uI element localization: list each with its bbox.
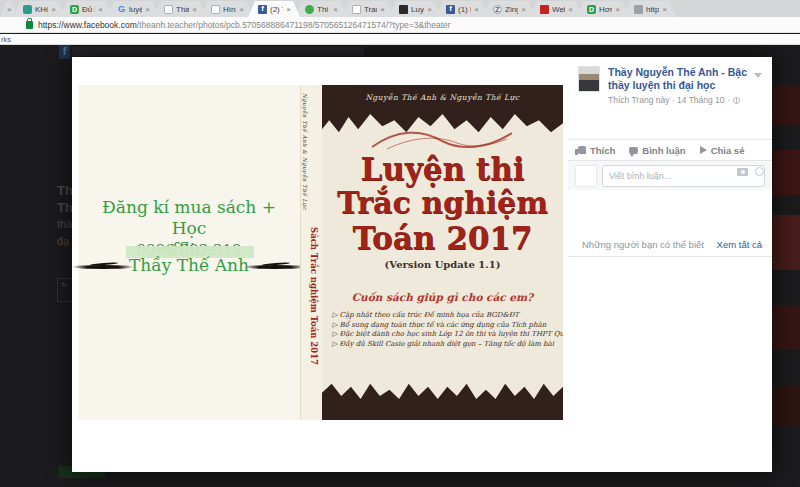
share-button[interactable]: Chia sẻ xyxy=(700,145,745,156)
version-label: (Version Update 1.1) xyxy=(322,259,563,270)
tab-close-icon[interactable]: × xyxy=(239,5,244,14)
site-favicon xyxy=(399,5,408,14)
tab-close-icon[interactable]: × xyxy=(568,5,573,14)
dimmed-text-fragment: thà xyxy=(57,217,72,232)
site-favicon xyxy=(634,5,643,14)
photo-theater-modal: Đăng kí mua sách + Học offline 0986 693 … xyxy=(72,57,772,472)
dimmed-text-fragment: đạ xyxy=(57,234,69,249)
cover-question: Cuốn sách giúp gì cho các em? xyxy=(322,291,563,303)
dimmed-photo-patch xyxy=(772,305,800,350)
flourish-ornament-right xyxy=(244,265,306,269)
pymk-title: Những người bạn có thể biết xyxy=(582,239,704,250)
tab-trang[interactable]: Trang × xyxy=(342,1,394,17)
tab-close-icon[interactable]: × xyxy=(380,5,385,14)
tab-close-icon[interactable]: × xyxy=(51,5,56,14)
thumb-up-icon xyxy=(578,146,586,154)
site-favicon: D xyxy=(70,5,79,14)
tab-thi-sinh[interactable]: Thi sin × xyxy=(295,1,347,17)
share-arrow-icon xyxy=(700,146,707,154)
like-button[interactable]: Thích xyxy=(578,145,615,156)
google-icon: G xyxy=(117,5,126,14)
book-back-cover: Đăng kí mua sách + Học offline 0986 693 … xyxy=(78,85,300,420)
camera-icon[interactable] xyxy=(737,168,748,176)
tab-close-icon[interactable]: × xyxy=(615,5,620,14)
tab-close-icon[interactable]: × xyxy=(145,5,150,14)
facebook-icon: f xyxy=(446,5,455,14)
tab-luyen[interactable]: Luyện × xyxy=(389,1,441,17)
page-name-link[interactable]: Thầy Nguyễn Thế Anh - Bậc thầy luyện thi… xyxy=(608,66,748,92)
document-icon xyxy=(164,5,173,14)
post-options-chevron-icon[interactable] xyxy=(754,73,762,78)
comment-composer: Viết bình luận... xyxy=(568,160,772,190)
url-path: /theanh.teacher/photos/pcb.5705688864711… xyxy=(137,20,451,30)
ssl-lock-icon[interactable] xyxy=(26,21,33,29)
see-all-link[interactable]: Xem tất cả xyxy=(717,239,762,250)
comment-button[interactable]: Bình luận xyxy=(629,145,685,156)
tab-close-icon[interactable]: × xyxy=(662,5,667,14)
dimmed-panel: Tr xyxy=(57,278,73,302)
tab-close-icon[interactable]: × xyxy=(521,5,526,14)
dimmed-photo-patch xyxy=(772,385,800,425)
dimmed-photo-patch xyxy=(772,85,800,125)
tab-du-kien[interactable]: D Đủ kiế × xyxy=(60,1,112,17)
dimmed-page-header xyxy=(72,47,364,56)
smiley-icon[interactable] xyxy=(755,167,764,176)
tab-facebook-active[interactable]: f (2) Thầ × xyxy=(248,1,300,17)
tab-close-icon[interactable]: × xyxy=(474,5,479,14)
facebook-logo-dimmed: f xyxy=(59,44,70,59)
cover-bullet-list: ▷ Cập nhật theo cấu trúc Đề minh họa của… xyxy=(332,311,556,349)
tab-close-icon[interactable]: × xyxy=(192,5,197,14)
facebook-icon: f xyxy=(258,5,267,14)
tab-khoa[interactable]: KHÓA × xyxy=(13,1,65,17)
document-icon xyxy=(211,5,220,14)
tab-google-search[interactable]: G luyện × xyxy=(107,1,159,17)
comment-bubble-icon xyxy=(629,147,638,154)
tab-close-icon[interactable]: × xyxy=(427,5,432,14)
post-meta: Thích Trang này · 14 Tháng 10 · xyxy=(608,95,740,105)
book-spine: Nguyễn Thế Anh & Nguyễn Thế Lực Sách Trắ… xyxy=(300,85,322,420)
book-front-cover: Nguyễn Thế Anh & Nguyễn Thế Lực Luyện th… xyxy=(322,85,563,420)
book-title-line-2: Trắc nghiệm xyxy=(322,185,563,220)
site-favicon xyxy=(305,5,314,14)
browser-tab-strip: × KHÓA × D Đủ kiế × G luyện × Thầy N × H… xyxy=(0,0,800,17)
bookmark-label-fragment: rks xyxy=(1,35,11,44)
book-title-line-3: Toán 2017 xyxy=(322,220,563,256)
viewer-avatar xyxy=(575,165,597,187)
privacy-globe-icon xyxy=(733,97,740,104)
swirl-ornament xyxy=(367,127,517,153)
site-favicon xyxy=(540,5,549,14)
tab-website[interactable]: Websi × xyxy=(530,1,582,17)
tab-close-icon[interactable]: × xyxy=(286,5,291,14)
bookmarks-bar[interactable]: rks xyxy=(0,34,800,45)
dimmed-photo-patch xyxy=(772,150,800,195)
tab-http[interactable]: http:// × xyxy=(624,1,676,17)
book-title-line-1: Luyện thi xyxy=(322,151,563,187)
tab-facebook-2[interactable]: f (1) Fac × xyxy=(436,1,488,17)
tab-hinh-anh[interactable]: Hình ả × xyxy=(201,1,253,17)
spine-authors: Nguyễn Thế Anh & Nguyễn Thế Lực xyxy=(302,93,308,210)
dimmed-text-fragment: Th xyxy=(57,183,73,198)
book-cover-photo[interactable]: Đăng kí mua sách + Học offline 0986 693 … xyxy=(78,85,563,420)
tab-zing[interactable]: Z Zing.vn × xyxy=(483,1,535,17)
cover-bullet: ▷ Đặc biệt dành cho học sinh Lớp 12 ôn t… xyxy=(332,330,556,340)
tab-hon-6[interactable]: D Hơn 6 × xyxy=(577,1,629,17)
document-icon xyxy=(352,5,361,14)
people-you-may-know-header: Những người bạn có thể biết Xem tất cả xyxy=(568,235,772,257)
site-favicon xyxy=(23,5,32,14)
address-bar[interactable]: https://www.facebook.com /theanh.teacher… xyxy=(0,17,800,33)
zing-icon: Z xyxy=(493,5,502,14)
cover-bullet: ▷ Bổ sung dạng toán thực tế và các ứng d… xyxy=(332,321,556,331)
tab-close-icon[interactable]: × xyxy=(7,5,12,14)
tab-thay[interactable]: Thầy N × xyxy=(154,1,206,17)
post-action-row: Thích Bình luận Chia sẻ xyxy=(568,139,772,160)
tab-close-icon[interactable]: × xyxy=(333,5,338,14)
front-cover-authors: Nguyễn Thế Anh & Nguyễn Thế Lực xyxy=(322,93,563,102)
dimmed-text-fragment: Th xyxy=(57,200,73,215)
url-domain: https://www.facebook.com xyxy=(38,20,137,30)
site-favicon: D xyxy=(587,5,596,14)
spine-title: Sách Trắc nghiệm Toán 2017 xyxy=(309,227,319,365)
page-avatar[interactable] xyxy=(578,66,600,92)
theater-sidebar: Thầy Nguyễn Thế Anh - Bậc thầy luyện thi… xyxy=(568,57,772,472)
tab-close-icon[interactable]: × xyxy=(98,5,103,14)
dimmed-photo-patch xyxy=(772,215,800,270)
